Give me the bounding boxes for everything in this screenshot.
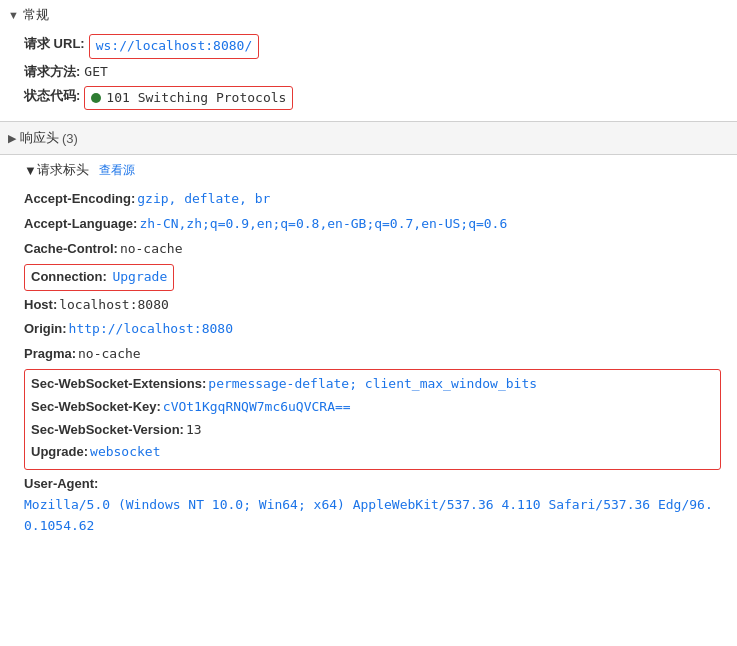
header-pragma-label: Pragma: [24, 344, 76, 365]
header-upgrade: Upgrade: websocket [31, 442, 714, 463]
request-method-label: 请求方法: [24, 62, 80, 83]
header-sec-ws-ext-value: permessage-deflate; client_max_window_bi… [208, 374, 537, 395]
request-method-row: 请求方法: GET [24, 62, 721, 83]
response-headers-title: 响应头 [20, 129, 59, 147]
header-accept-language-label: Accept-Language: [24, 214, 137, 235]
request-method-value: GET [84, 62, 107, 83]
request-headers-title-row: ▼ 请求标头 查看源 [0, 155, 737, 183]
header-pragma-value: no-cache [78, 344, 141, 365]
request-url-value: ws://localhost:8080/ [89, 34, 260, 59]
header-connection-boxed: Connection: Upgrade [24, 264, 174, 291]
response-headers-arrow: ▶ [8, 132, 16, 145]
header-host: Host: localhost:8080 [24, 295, 721, 316]
general-title: 常规 [23, 6, 49, 24]
response-headers-section[interactable]: ▶ 响应头 (3) [0, 122, 737, 154]
status-code-badge: 101 Switching Protocols [84, 86, 293, 111]
request-headers-arrow: ▼ [24, 163, 37, 178]
header-cache-control-label: Cache-Control: [24, 239, 118, 260]
header-accept-language-value: zh-CN,zh;q=0.9,en;q=0.8,en-GB;q=0.7,en-U… [139, 214, 507, 235]
general-arrow: ▼ [8, 9, 19, 21]
general-section-header[interactable]: ▼ 常规 [0, 0, 737, 30]
header-sec-ws-key: Sec-WebSocket-Key: cVOt1KgqRNQW7mc6uQVCR… [31, 397, 714, 418]
status-code-value: 101 Switching Protocols [106, 88, 286, 109]
request-headers-body: Accept-Encoding: gzip, deflate, br Accep… [0, 183, 737, 550]
request-url-label: 请求 URL: [24, 34, 85, 55]
general-section: ▼ 常规 请求 URL: ws://localhost:8080/ 请求方法: … [0, 0, 737, 121]
header-user-agent-label: User-Agent: [24, 474, 98, 495]
header-sec-ws-key-value: cVOt1KgqRNQW7mc6uQVCRA== [163, 397, 351, 418]
header-cache-control-value: no-cache [120, 239, 183, 260]
header-origin-label: Origin: [24, 319, 67, 340]
header-connection-label: Connection: [31, 269, 107, 284]
header-upgrade-value: websocket [90, 442, 160, 463]
header-accept-language: Accept-Language: zh-CN,zh;q=0.9,en;q=0.8… [24, 214, 721, 235]
header-user-agent-value: Mozilla/5.0 (Windows NT 10.0; Win64; x64… [24, 495, 721, 537]
header-user-agent: User-Agent: Mozilla/5.0 (Windows NT 10.0… [24, 474, 721, 536]
header-sec-ws-key-label: Sec-WebSocket-Key: [31, 397, 161, 418]
header-origin-value: http://localhost:8080 [69, 319, 233, 340]
header-host-label: Host: [24, 295, 57, 316]
status-code-label: 状态代码: [24, 86, 80, 107]
header-sec-ws-ext-label: Sec-WebSocket-Extensions: [31, 374, 206, 395]
response-headers-count: (3) [62, 131, 78, 146]
status-code-row: 状态代码: 101 Switching Protocols [24, 86, 721, 111]
request-headers-section: ▼ 请求标头 查看源 Accept-Encoding: gzip, deflat… [0, 155, 737, 550]
header-accept-encoding-value: gzip, deflate, br [137, 189, 270, 210]
header-sec-ws-ext: Sec-WebSocket-Extensions: permessage-def… [31, 374, 714, 395]
header-connection: Connection: Upgrade [24, 264, 721, 291]
header-sec-ws-version-value: 13 [186, 420, 202, 441]
view-source-link[interactable]: 查看源 [99, 162, 135, 179]
general-body: 请求 URL: ws://localhost:8080/ 请求方法: GET 状… [0, 30, 737, 121]
header-connection-value: Upgrade [112, 269, 167, 284]
websocket-headers-box: Sec-WebSocket-Extensions: permessage-def… [24, 369, 721, 470]
header-upgrade-label: Upgrade: [31, 442, 88, 463]
request-url-row: 请求 URL: ws://localhost:8080/ [24, 34, 721, 59]
header-accept-encoding: Accept-Encoding: gzip, deflate, br [24, 189, 721, 210]
header-pragma: Pragma: no-cache [24, 344, 721, 365]
header-origin: Origin: http://localhost:8080 [24, 319, 721, 340]
header-host-value: localhost:8080 [59, 295, 169, 316]
header-cache-control: Cache-Control: no-cache [24, 239, 721, 260]
header-accept-encoding-label: Accept-Encoding: [24, 189, 135, 210]
status-dot [91, 93, 101, 103]
request-headers-title: 请求标头 [37, 161, 89, 179]
header-sec-ws-version: Sec-WebSocket-Version: 13 [31, 420, 714, 441]
header-sec-ws-version-label: Sec-WebSocket-Version: [31, 420, 184, 441]
